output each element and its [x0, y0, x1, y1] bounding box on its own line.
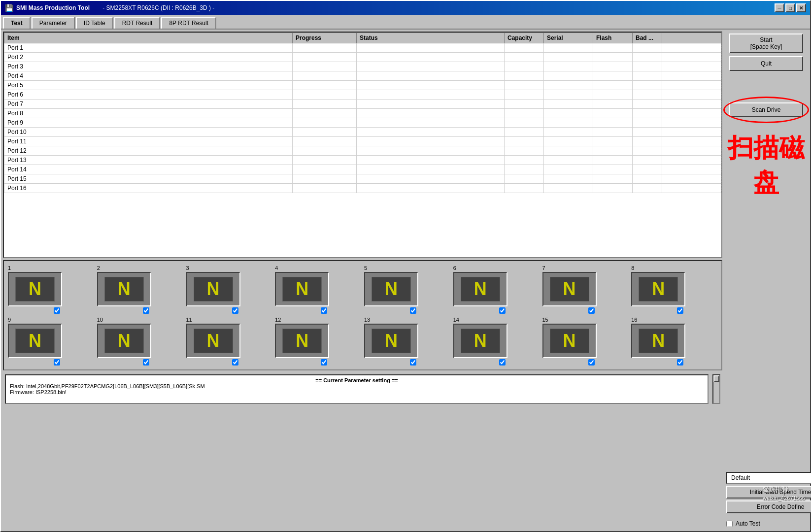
port-checkbox-12[interactable]: [321, 359, 327, 366]
port-name-cell: Port 15: [4, 174, 293, 184]
port-cell-3: 3N: [186, 265, 272, 314]
port-number-14: 14: [453, 317, 459, 323]
profile-dropdown[interactable]: Default: [726, 472, 811, 484]
port-number-12: 12: [275, 317, 281, 323]
port-checkbox-6[interactable]: [499, 307, 506, 314]
title-bar-left: 💾 SMI Mass Production Tool - SM2258XT R0…: [5, 4, 214, 12]
data-cell: [544, 62, 593, 71]
data-cell: [593, 100, 633, 109]
port-checkbox-15[interactable]: [588, 359, 595, 366]
data-cell: [293, 146, 357, 156]
port-checkbox-7[interactable]: [588, 307, 595, 314]
data-cell: [593, 90, 633, 100]
tab-8p-rdt-result[interactable]: 8P RDT Result: [161, 17, 216, 29]
port-checkbox-13[interactable]: [410, 359, 416, 366]
port-checkbox-8[interactable]: [677, 307, 683, 314]
port-cell-12: 12N: [275, 317, 361, 366]
port-icon-8[interactable]: N: [631, 272, 685, 306]
data-cell: [357, 128, 505, 137]
table-row: Port 16: [4, 184, 721, 193]
port-checkbox-5[interactable]: [410, 307, 416, 314]
data-cell: [633, 146, 662, 156]
port-icons-grid: 1N2N3N4N5N6N7N8N9N10N11N12N13N14N15N16N: [8, 265, 717, 366]
port-name-cell: Port 3: [4, 62, 293, 71]
port-icon-16[interactable]: N: [631, 324, 685, 358]
data-cell: [593, 137, 633, 146]
port-number-5: 5: [364, 265, 367, 271]
port-checkbox-11[interactable]: [232, 359, 238, 366]
port-icon-3[interactable]: N: [186, 272, 240, 306]
port-number-15: 15: [542, 317, 548, 323]
port-checkbox-14[interactable]: [499, 359, 506, 366]
port-cell-14: 14N: [453, 317, 540, 366]
port-number-13: 13: [364, 317, 370, 323]
port-icon-6[interactable]: N: [453, 272, 507, 306]
data-cell: [662, 100, 721, 109]
tab-rdt-result[interactable]: RDT Result: [114, 17, 161, 29]
port-icon-15[interactable]: N: [542, 324, 597, 358]
port-number-9: 9: [8, 317, 11, 323]
auto-test-checkbox[interactable]: [726, 521, 733, 527]
port-checkbox-4[interactable]: [321, 307, 327, 314]
data-cell: [662, 81, 721, 90]
data-cell: [505, 184, 544, 193]
title-bar-controls: ─ □ ✕: [775, 3, 806, 12]
minimize-button[interactable]: ─: [775, 3, 784, 12]
port-icon-14[interactable]: N: [453, 324, 507, 358]
col-bad: Bad ...: [633, 33, 662, 43]
data-cell: [633, 71, 662, 81]
quit-button[interactable]: Quit: [729, 56, 803, 71]
port-number-3: 3: [186, 265, 189, 271]
port-table-container: Item Progress Status Capacity Serial Fla…: [3, 32, 722, 258]
data-cell: [593, 62, 633, 71]
tab-parameter[interactable]: Parameter: [32, 17, 75, 29]
tab-id-table[interactable]: ID Table: [76, 17, 113, 29]
port-icon-7[interactable]: N: [542, 272, 597, 306]
port-checkbox-1[interactable]: [54, 307, 60, 314]
port-checkbox-10[interactable]: [143, 359, 149, 366]
data-cell: [544, 146, 593, 156]
table-row: Port 11: [4, 137, 721, 146]
port-icon-1[interactable]: N: [8, 272, 62, 306]
left-panel: Item Progress Status Capacity Serial Fla…: [3, 32, 722, 529]
port-cell-6: 6N: [453, 265, 540, 314]
data-cell: [633, 53, 662, 62]
port-number-16: 16: [631, 317, 637, 323]
port-checkbox-9[interactable]: [54, 359, 60, 366]
data-cell: [293, 81, 357, 90]
data-cell: [293, 53, 357, 62]
maximize-button[interactable]: □: [785, 3, 795, 12]
data-cell: [633, 81, 662, 90]
data-cell: [357, 146, 505, 156]
port-icon-5[interactable]: N: [364, 272, 418, 306]
port-icon-4[interactable]: N: [275, 272, 329, 306]
start-button[interactable]: Start [Space Key]: [729, 33, 803, 53]
port-icon-13[interactable]: N: [364, 324, 418, 358]
data-cell: [662, 43, 721, 53]
port-cell-4: 4N: [275, 265, 361, 314]
port-icon-12[interactable]: N: [275, 324, 329, 358]
port-icon-9[interactable]: N: [8, 324, 62, 358]
tab-test[interactable]: Test: [3, 17, 31, 29]
data-cell: [357, 174, 505, 184]
close-button[interactable]: ✕: [796, 3, 806, 12]
port-icon-2[interactable]: N: [97, 272, 151, 306]
data-cell: [357, 184, 505, 193]
port-checkbox-3[interactable]: [232, 307, 238, 314]
port-icon-10[interactable]: N: [97, 324, 151, 358]
right-panel: Start [Space Key] Quit Scan Drive 扫描磁盘: [724, 32, 808, 529]
port-cell-1: 1N: [8, 265, 94, 314]
scan-drive-button[interactable]: Scan Drive: [729, 102, 803, 117]
table-row: Port 10: [4, 128, 721, 137]
port-checkbox-16[interactable]: [677, 359, 683, 366]
error-code-button[interactable]: Error Code Define: [726, 500, 811, 513]
data-cell: [293, 71, 357, 81]
data-cell: [633, 174, 662, 184]
data-cell: [544, 100, 593, 109]
port-icon-11[interactable]: N: [186, 324, 240, 358]
scrollbar[interactable]: [712, 374, 720, 404]
port-checkbox-2[interactable]: [143, 307, 149, 314]
col-status: Status: [357, 33, 505, 43]
data-cell: [633, 109, 662, 118]
table-row: Port 6: [4, 90, 721, 100]
